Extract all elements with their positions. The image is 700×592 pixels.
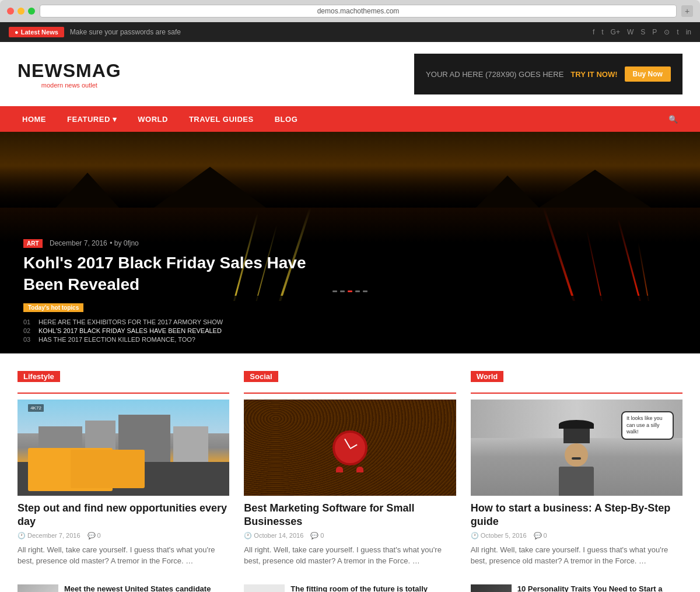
hero-section: ART December 7, 2016 • by 0fjno Kohl's 2… <box>0 132 700 353</box>
lifestyle-date: 🕐 December 7, 2016 <box>18 532 80 540</box>
tumblr-icon[interactable]: t <box>677 28 678 36</box>
skype-icon[interactable]: S <box>640 28 645 36</box>
world-card-meta: 🕐 October 5, 2016 💬 0 <box>471 532 682 540</box>
sub-article-2-title[interactable]: The fitting room of the future is totall… <box>290 584 456 592</box>
slider-dot-3[interactable] <box>348 290 352 292</box>
top-bar-left: ● Latest News Make sure your passwords a… <box>9 27 181 37</box>
quality-badge: 4K72 <box>28 404 44 412</box>
logo-title: NEWSMAG <box>18 60 121 82</box>
maximize-button[interactable] <box>28 8 35 15</box>
slider-dot-5[interactable] <box>363 290 368 292</box>
sub-article-1-title[interactable]: Meet the newest United States candidate <box>64 584 229 592</box>
hot-topic-num-1: 01 <box>23 318 33 325</box>
world-card: World <box>471 371 682 567</box>
ad-button[interactable]: Buy Now <box>625 66 671 82</box>
nav-home[interactable]: HOME <box>12 106 57 132</box>
world-date: 🕐 October 5, 2016 <box>471 532 527 540</box>
slider-dot-1[interactable] <box>332 290 337 292</box>
clock-hand-1 <box>344 438 351 448</box>
lifestyle-card-image[interactable]: 4K72 <box>18 400 229 496</box>
world-comments: 💬 0 <box>534 532 547 540</box>
lifestyle-comments: 💬 0 <box>88 532 101 540</box>
close-button[interactable] <box>7 8 14 15</box>
alarm-clock <box>330 428 370 468</box>
hot-topics-bar: Today's hot topics 01 HERE ARE THE EXHIB… <box>0 296 700 353</box>
facebook-icon[interactable]: f <box>593 28 594 36</box>
mustache <box>572 457 581 460</box>
social-category-label[interactable]: Social <box>244 371 278 382</box>
googleplus-icon[interactable]: G+ <box>611 28 620 36</box>
website-container: ● Latest News Make sure your passwords a… <box>0 22 700 592</box>
nav-blog[interactable]: BLOG <box>264 106 309 132</box>
hot-topic-1[interactable]: 01 HERE ARE THE EXHIBITORS FOR THE 2017 … <box>23 318 677 325</box>
bell-right <box>356 467 363 472</box>
sub-article-3-content: 10 Personality Traits You Need to Start … <box>517 584 682 592</box>
slider-dot-2[interactable] <box>340 290 345 292</box>
new-tab-button[interactable]: + <box>681 5 693 17</box>
lifestyle-card-title[interactable]: Step out and find new opportunities ever… <box>18 502 229 529</box>
logo-subtitle: modern news outlet <box>18 82 121 89</box>
pinterest-icon[interactable]: P <box>652 28 657 36</box>
logo[interactable]: NEWSMAG modern news outlet <box>18 60 121 89</box>
world-card-image[interactable]: It looks like you can use a silly walk! <box>471 400 682 496</box>
sub-article-3: 💻 10 Personality Traits You Need to Star… <box>471 584 682 592</box>
browser-titlebar: demos.machothemes.com + <box>0 5 700 22</box>
hero-meta-line: ART December 7, 2016 • by 0fjno <box>23 237 677 248</box>
hot-topic-2[interactable]: 02 Kohl's 2017 Black Friday Sales Have B… <box>23 327 677 334</box>
ticker-text: Make sure your passwords are safe <box>70 28 181 36</box>
slider-dots <box>332 290 368 292</box>
slider-dot-4[interactable] <box>355 290 360 292</box>
url-bar[interactable]: demos.machothemes.com <box>40 5 677 17</box>
nav-search[interactable]: 🔍 <box>658 106 689 132</box>
hero-author: by 0fjno <box>114 239 139 247</box>
clock-bells <box>330 467 370 472</box>
world-excerpt: All right. Well, take care yourself. I g… <box>471 544 682 567</box>
sub-article-1-image[interactable]: 📰 <box>18 584 58 592</box>
nav-featured[interactable]: FEATURED ▾ <box>57 106 127 132</box>
sub-article-3-image[interactable]: 💻 <box>471 584 512 592</box>
social-excerpt: All right. Well, take care yourself. I g… <box>244 544 456 567</box>
twitter-icon[interactable]: t <box>601 28 603 36</box>
sub-article-2-image[interactable]: 👓 <box>244 584 285 592</box>
hot-topic-text-3: Has the 2017 election killed romance, to… <box>38 336 195 343</box>
world-card-header: World <box>471 371 682 394</box>
building-4 <box>173 426 208 467</box>
clock-icon: 🕐 <box>18 532 26 540</box>
wordpress-icon[interactable]: W <box>627 28 634 36</box>
github-icon[interactable]: ⊙ <box>664 28 670 36</box>
chevron-down-icon: ▾ <box>113 115 117 124</box>
lifestyle-category-label[interactable]: Lifestyle <box>18 371 60 382</box>
sub-article-2: 👓 The fitting room of the future is tota… <box>244 584 456 592</box>
nav-travel-guides[interactable]: TRAVEL GUIDES <box>178 106 264 132</box>
lifestyle-excerpt: All right. Well, take care yourself. I g… <box>18 544 229 567</box>
minimize-button[interactable] <box>18 8 24 15</box>
nav-world[interactable]: WORLD <box>127 106 178 132</box>
hero-title[interactable]: Kohl's 2017 Black Friday Sales Have Been… <box>23 253 315 295</box>
sub-articles-section: 📰 Meet the newest United States candidat… <box>0 584 700 592</box>
body <box>559 467 594 496</box>
comment-icon-2: 💬 <box>310 532 318 540</box>
sub-article-3-title[interactable]: 10 Personality Traits You Need to Start … <box>517 584 682 592</box>
latest-news-button[interactable]: ● Latest News <box>9 27 64 37</box>
top-bar: ● Latest News Make sure your passwords a… <box>0 22 700 42</box>
comment-icon-3: 💬 <box>534 532 542 540</box>
social-card-title[interactable]: Best Marketing Software for Small Busine… <box>244 502 456 529</box>
linkedin-icon[interactable]: in <box>686 28 691 36</box>
ad-cta[interactable]: TRY IT NOW! <box>570 70 617 79</box>
world-category-label[interactable]: World <box>471 371 504 382</box>
world-card-title[interactable]: How to start a business: A Step-By-Step … <box>471 502 682 529</box>
cards-grid: Lifestyle 4K72 Step out and <box>18 371 682 567</box>
hot-topic-text-1: HERE ARE THE EXHIBITORS FOR THE 2017 ARM… <box>38 318 223 325</box>
hot-topic-3[interactable]: 03 Has the 2017 election killed romance,… <box>23 336 677 343</box>
social-card-image[interactable] <box>244 400 456 496</box>
man-figure <box>553 420 600 496</box>
lifestyle-card: Lifestyle 4K72 Step out and <box>18 371 229 567</box>
hot-topic-text-2: Kohl's 2017 Black Friday Sales Have Been… <box>38 327 222 334</box>
social-icons: f t G+ W S P ⊙ t in <box>593 28 691 36</box>
ad-banner[interactable]: YOUR AD HERE (728X90) GOES HERE TRY IT N… <box>414 54 682 94</box>
sub-article-1-content: Meet the newest United States candidate … <box>64 584 229 592</box>
cards-section: Lifestyle 4K72 Step out and <box>0 353 700 584</box>
hot-topic-num-3: 03 <box>23 336 33 343</box>
social-card: Social <box>244 371 456 567</box>
hat-brim <box>559 420 594 429</box>
